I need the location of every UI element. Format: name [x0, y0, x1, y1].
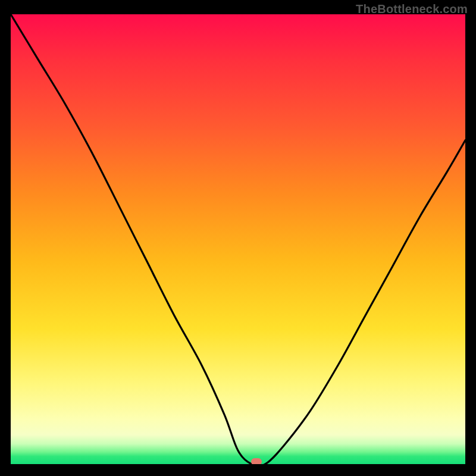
plot-area — [11, 14, 465, 464]
min-marker — [251, 458, 262, 464]
chart-frame: TheBottleneck.com — [0, 0, 476, 476]
bottleneck-curve — [11, 14, 465, 464]
watermark-text: TheBottleneck.com — [356, 2, 468, 16]
curve-layer — [11, 14, 465, 464]
